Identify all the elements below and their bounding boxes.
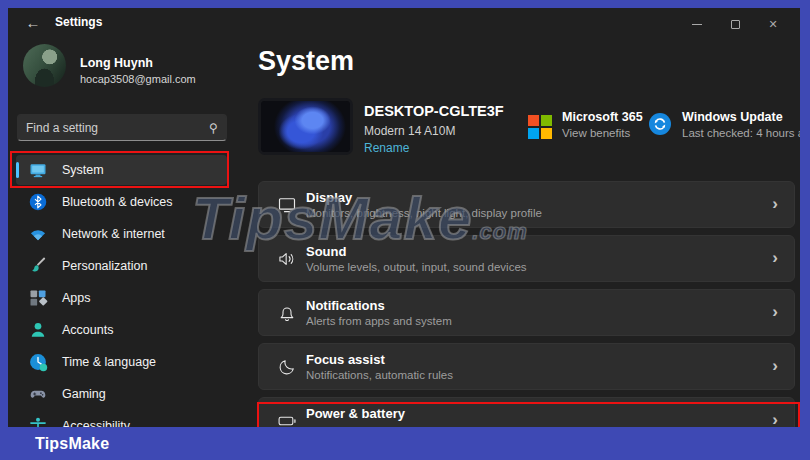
search-input[interactable]: Find a setting ⚲ (17, 114, 227, 141)
user-email: hocap3508@gmail.com (80, 73, 196, 85)
notifications-icon (277, 303, 297, 323)
bloom-wallpaper (261, 101, 350, 152)
minimize-button[interactable] (678, 12, 716, 36)
search-placeholder: Find a setting (26, 121, 209, 135)
windows-update-icon (648, 112, 672, 136)
display-icon (277, 195, 297, 215)
device-name: DESKTOP-CGLTE3F (364, 103, 504, 119)
sound-icon (277, 249, 297, 269)
settings-window: ← Settings ✕ Long Huynh hocap3508@gmail.… (8, 8, 800, 427)
window-title: Settings (55, 15, 102, 29)
settings-card-focus-assist[interactable]: Focus assist Notifications, automatic ru… (258, 343, 795, 390)
rename-link[interactable]: Rename (364, 141, 409, 155)
sidebar-item-bluetooth-devices[interactable]: Bluetooth & devices (16, 187, 227, 217)
windows-update-status: Last checked: 4 hours ago (682, 127, 800, 139)
accounts-icon (28, 320, 48, 340)
sidebar-item-accounts[interactable]: Accounts (16, 315, 227, 345)
bluetooth-icon (28, 192, 48, 212)
search-icon: ⚲ (209, 121, 218, 135)
sidebar-item-time-language[interactable]: Time & language (16, 347, 227, 377)
settings-card-power-battery[interactable]: Power & battery › (258, 397, 795, 427)
chevron-right-icon: › (772, 302, 778, 322)
settings-card-sound[interactable]: Sound Volume levels, output, input, soun… (258, 235, 795, 282)
microsoft-logo-icon (528, 112, 552, 136)
device-thumbnail (258, 98, 353, 155)
settings-card-list: Display Monitors, brightness, night ligh… (258, 181, 795, 427)
windows-update-block[interactable]: Windows Update Last checked: 4 hours ago (648, 110, 800, 139)
card-subtitle: Volume levels, output, input, sound devi… (306, 261, 527, 273)
titlebar: ← Settings ✕ (8, 8, 800, 38)
chevron-right-icon: › (772, 248, 778, 268)
page-title: System (258, 46, 354, 77)
sidebar-item-label: System (62, 163, 104, 177)
apps-icon (28, 288, 48, 308)
sidebar-item-label: Accessibility (62, 419, 130, 427)
close-icon: ✕ (768, 19, 777, 30)
sidebar-item-network-internet[interactable]: Network & internet (16, 219, 227, 249)
sidebar-item-label: Accounts (62, 323, 113, 337)
time-language-icon (28, 352, 48, 372)
sidebar-item-accessibility[interactable]: Accessibility (16, 411, 227, 427)
microsoft-365-block[interactable]: Microsoft 365 View benefits (528, 110, 643, 139)
sidebar-item-gaming[interactable]: Gaming (16, 379, 227, 409)
sidebar-item-apps[interactable]: Apps (16, 283, 227, 313)
maximize-icon (731, 20, 740, 29)
sidebar-item-label: Apps (62, 291, 91, 305)
avatar[interactable] (23, 44, 66, 87)
card-title: Sound (306, 244, 346, 259)
sidebar-item-personalization[interactable]: Personalization (16, 251, 227, 281)
card-title: Focus assist (306, 352, 385, 367)
card-subtitle: Monitors, brightness, night light, displ… (306, 207, 542, 219)
maximize-button[interactable] (716, 12, 754, 36)
microsoft-365-title: Microsoft 365 (562, 110, 643, 124)
gaming-icon (28, 384, 48, 404)
chevron-right-icon: › (772, 410, 778, 427)
card-title: Notifications (306, 298, 385, 313)
sidebar-nav: System Bluetooth & devices Network & int… (16, 155, 227, 427)
chevron-right-icon: › (772, 194, 778, 214)
sidebar-item-label: Network & internet (62, 227, 165, 241)
sidebar-item-label: Gaming (62, 387, 106, 401)
footer-brand: TipsMake (35, 435, 109, 453)
windows-update-title: Windows Update (682, 110, 800, 124)
power-battery-icon (277, 411, 297, 427)
accessibility-icon (28, 416, 48, 427)
card-title: Power & battery (306, 406, 405, 421)
sidebar-item-label: Time & language (62, 355, 156, 369)
footer-bar: TipsMake (0, 427, 810, 460)
sidebar-item-system[interactable]: System (16, 155, 227, 185)
system-icon (28, 160, 48, 180)
chevron-right-icon: › (772, 356, 778, 376)
focus-assist-icon (277, 357, 297, 377)
minimize-icon (692, 24, 702, 25)
window-controls: ✕ (678, 12, 792, 36)
view-benefits-link[interactable]: View benefits (562, 127, 643, 139)
card-subtitle: Alerts from apps and system (306, 315, 452, 327)
user-name: Long Huynh (80, 56, 153, 70)
device-model: Modern 14 A10M (364, 124, 455, 138)
network-icon (28, 224, 48, 244)
back-icon[interactable]: ← (22, 13, 44, 33)
sidebar-item-label: Bluetooth & devices (62, 195, 173, 209)
card-subtitle: Notifications, automatic rules (306, 369, 453, 381)
card-title: Display (306, 190, 352, 205)
personalization-icon (28, 256, 48, 276)
close-button[interactable]: ✕ (754, 12, 792, 36)
sidebar-item-label: Personalization (62, 259, 147, 273)
settings-card-display[interactable]: Display Monitors, brightness, night ligh… (258, 181, 795, 228)
settings-card-notifications[interactable]: Notifications Alerts from apps and syste… (258, 289, 795, 336)
